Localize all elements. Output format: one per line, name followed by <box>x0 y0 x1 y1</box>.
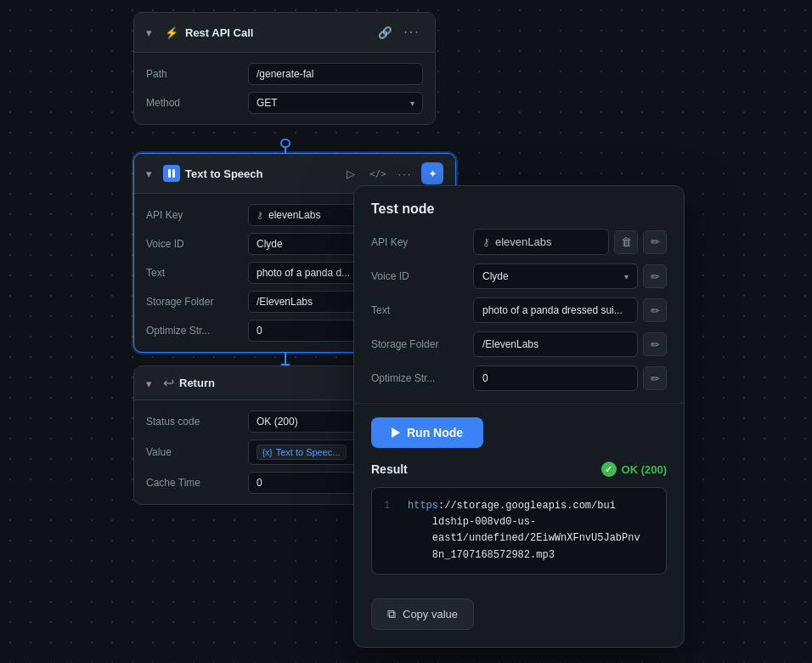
result-status: ✓ OK (200) <box>601 462 667 477</box>
test-voiceid-arrow: ▾ <box>624 272 629 281</box>
test-optimize-label: Optimize Str... <box>371 372 465 384</box>
rest-api-title: Rest API Call <box>185 26 253 39</box>
rest-api-method-row: Method GET ▾ <box>146 92 423 114</box>
rest-api-method-value[interactable]: GET ▾ <box>248 92 423 114</box>
return-cache-label: Cache Time <box>146 477 240 489</box>
test-apikey-edit-btn[interactable]: ✏ <box>643 230 667 254</box>
test-panel-header: Test node API Key ⚷ elevenLabs 🗑 ✏ Voice… <box>354 186 684 404</box>
return-status-label: Status code <box>146 416 240 428</box>
connector-dot-top <box>280 139 290 148</box>
rest-api-fields: Path /generate-fal Method GET ▾ <box>134 53 435 124</box>
tts-actions: ▷ </> ··· ✦ <box>340 162 443 184</box>
test-panel-title: Test node <box>371 201 667 217</box>
copy-icon: ⧉ <box>387 607 396 621</box>
test-storage-value[interactable]: /ElevenLabs <box>473 332 638 357</box>
rest-api-header-left: ▾ ⚡ Rest API Call <box>146 24 367 41</box>
tts-more-btn[interactable]: ··· <box>394 162 416 184</box>
test-optimize-row: Optimize Str... 0 ✏ <box>371 366 667 391</box>
test-voiceid-row: Voice ID Clyde ▾ ✏ <box>371 264 667 289</box>
copy-value-button[interactable]: ⧉ Copy value <box>371 598 474 630</box>
test-apikey-trash-btn[interactable]: 🗑 <box>614 230 638 254</box>
test-text-row: Text photo of a panda dressed sui... ✏ <box>371 298 667 323</box>
tts-voiceid-label: Voice ID <box>146 238 240 250</box>
test-storage-label: Storage Folder <box>371 338 465 350</box>
tts-code-btn[interactable]: </> <box>367 162 389 184</box>
tts-optimize-label: Optimize Str... <box>146 325 240 337</box>
line-number: 1 <box>384 498 398 564</box>
rest-api-actions: 🔗 ··· <box>374 21 423 43</box>
test-text-edit-btn[interactable]: ✏ <box>643 298 667 322</box>
rest-api-node: ▾ ⚡ Rest API Call 🔗 ··· Path /generate-f… <box>133 12 436 125</box>
result-url: https://storage.googleapis.com/bui ldshi… <box>408 498 640 564</box>
tts-chevron-icon[interactable]: ▾ <box>146 167 158 179</box>
rest-api-link-btn[interactable]: 🔗 <box>374 21 396 43</box>
test-text-label: Text <box>371 304 465 316</box>
tts-storage-label: Storage Folder <box>146 296 240 308</box>
test-text-value[interactable]: photo of a panda dressed sui... <box>473 298 638 323</box>
return-icon: ↩ <box>163 375 174 391</box>
test-voiceid-label: Voice ID <box>371 270 465 282</box>
method-dropdown-arrow: ▾ <box>410 99 414 108</box>
run-node-button[interactable]: Run Node <box>371 417 483 448</box>
tts-title: Text to Speech <box>185 167 263 180</box>
return-chevron-icon[interactable]: ▾ <box>146 377 158 389</box>
tts-play-btn[interactable]: ▷ <box>340 162 362 184</box>
test-storage-row: Storage Folder /ElevenLabs ✏ <box>371 332 667 357</box>
test-key-sym: ⚷ <box>482 236 490 248</box>
tts-header-left: ▾ Text to Speech <box>146 165 333 182</box>
test-optimize-value[interactable]: 0 <box>473 366 638 391</box>
rest-api-path-value[interactable]: /generate-fal <box>248 63 423 85</box>
tts-pause-icon <box>163 165 180 182</box>
rest-api-chevron-icon[interactable]: ▾ <box>146 26 158 38</box>
result-code-block: 1 https://storage.googleapis.com/bui lds… <box>371 487 667 575</box>
test-voiceid-edit-btn[interactable]: ✏ <box>643 264 667 288</box>
tts-highlight-btn[interactable]: ✦ <box>421 162 443 184</box>
test-apikey-row: API Key ⚷ elevenLabs 🗑 ✏ <box>371 229 667 255</box>
test-panel: Test node API Key ⚷ elevenLabs 🗑 ✏ Voice… <box>353 185 685 648</box>
test-voiceid-value[interactable]: Clyde ▾ <box>473 264 638 289</box>
rest-api-header: ▾ ⚡ Rest API Call 🔗 ··· <box>134 13 435 53</box>
test-apikey-value[interactable]: ⚷ elevenLabs <box>473 229 609 255</box>
return-title: Return <box>179 377 215 389</box>
tts-text-label: Text <box>146 267 240 279</box>
run-play-icon <box>392 428 400 438</box>
status-check-icon: ✓ <box>601 462 617 477</box>
rest-api-path-label: Path <box>146 68 240 80</box>
result-section: Result ✓ OK (200) 1 https://storage.goog… <box>354 462 684 588</box>
result-label: Result <box>371 462 408 476</box>
canvas: ▾ ⚡ Rest API Call 🔗 ··· Path /generate-f… <box>0 0 812 663</box>
return-value-tag: {x} Text to Speec... <box>257 445 347 460</box>
test-optimize-edit-btn[interactable]: ✏ <box>643 366 667 390</box>
result-header: Result ✓ OK (200) <box>371 462 667 477</box>
return-value-label: Value <box>146 446 240 458</box>
tts-key-icon: ⚷ <box>257 210 263 221</box>
tts-apikey-label: API Key <box>146 209 240 221</box>
rest-api-method-label: Method <box>146 97 240 109</box>
result-code-line: 1 https://storage.googleapis.com/bui lds… <box>384 498 654 564</box>
rest-api-more-btn[interactable]: ··· <box>401 21 423 43</box>
rest-api-path-row: Path /generate-fal <box>146 63 423 85</box>
rest-api-lightning-icon: ⚡ <box>163 24 180 41</box>
test-storage-edit-btn[interactable]: ✏ <box>643 332 667 356</box>
test-apikey-label: API Key <box>371 236 465 248</box>
